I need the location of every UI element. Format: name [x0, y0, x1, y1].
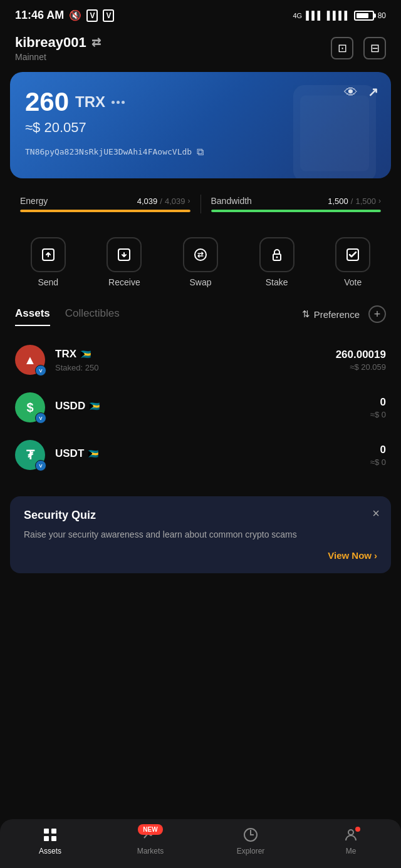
tab-collectibles[interactable]: Collectibles: [65, 302, 120, 326]
quiz-close-button[interactable]: ×: [372, 506, 380, 521]
resources-row: Energy 4,039 / 4,039 › Bandwidth 1,500 /…: [10, 188, 391, 220]
bandwidth-value: 1,500 / 1,500 ›: [328, 197, 381, 206]
svg-point-7: [276, 257, 278, 258]
security-quiz-card: × Security Quiz Raise your security awar…: [10, 496, 391, 573]
swap-icon: [183, 237, 218, 272]
qr-button[interactable]: ⊟: [363, 37, 386, 59]
usdt-amount: 0: [370, 444, 386, 456]
bandwidth-bar-fill: [211, 210, 382, 212]
asset-item-usdd[interactable]: $ V USDD 🇧🇸 0 ≈$ 0: [0, 384, 401, 431]
send-button[interactable]: Send: [31, 237, 66, 287]
nav-markets-label: Markets: [137, 847, 164, 855]
header: kibreay001 ⇄ Mainnet ⊡ ⊟: [0, 28, 401, 72]
vote-button[interactable]: Vote: [335, 237, 370, 287]
send-label: Send: [38, 277, 58, 287]
vpn-icon-1: V: [86, 9, 98, 22]
4g-label: 4G: [293, 12, 302, 19]
status-right: 4G ▌▌▌ ▌▌▌▌ 80: [293, 11, 386, 21]
account-name-row[interactable]: kibreay001 ⇄: [15, 34, 101, 51]
sort-icon: ⇅: [302, 309, 310, 320]
stake-label: Stake: [266, 277, 288, 287]
receive-button[interactable]: Receive: [107, 237, 142, 287]
trx-name-row: TRX 🇧🇸: [55, 348, 336, 360]
usdt-badge: V: [35, 460, 46, 471]
me-notification-dot: [355, 827, 360, 832]
loading-indicator: [112, 101, 125, 104]
usdt-info: USDT 🇧🇸: [55, 447, 370, 462]
usdt-name: USDT: [55, 447, 84, 460]
trx-usd: ≈$ 20.059: [336, 362, 386, 372]
swap-button[interactable]: Swap: [183, 237, 218, 287]
energy-total: /: [160, 197, 162, 206]
mute-icon: 🔇: [69, 9, 81, 21]
asset-item-usdt[interactable]: ₮ V USDT 🇧🇸 0 ≈$ 0: [0, 431, 401, 479]
bandwidth-label: Bandwidth: [211, 196, 252, 206]
energy-section[interactable]: Energy 4,039 / 4,039 ›: [10, 188, 200, 220]
trx-flag: 🇧🇸: [80, 349, 91, 359]
tabs-row: Assets Collectibles ⇅ Preference +: [0, 302, 401, 326]
quiz-view-now-button[interactable]: View Now ›: [24, 550, 377, 561]
bandwidth-section[interactable]: Bandwidth 1,500 / 1,500 ›: [201, 188, 392, 220]
plus-icon: +: [374, 308, 381, 321]
stake-button[interactable]: Stake: [259, 237, 294, 287]
stake-icon: [259, 237, 294, 272]
bandwidth-available: 1,500: [328, 197, 348, 206]
send-icon: [31, 237, 66, 272]
address-text: TN86pyQa823NsRkjUE3DwAhi4FAowcVLdb: [25, 147, 192, 156]
card-background-graphic: [266, 78, 391, 178]
qr-icon: ⊟: [370, 41, 380, 55]
vote-icon: [335, 237, 370, 272]
usdt-usd: ≈$ 0: [370, 457, 386, 467]
quiz-arrow-icon: ›: [374, 550, 377, 561]
swap-label: Swap: [189, 277, 211, 287]
action-buttons: Send Receive Swap Stake: [0, 232, 401, 302]
usdd-badge: V: [35, 412, 46, 424]
assets-icon-wrap: [42, 827, 58, 843]
new-badge: NEW: [138, 824, 162, 835]
account-switch-icon: ⇄: [91, 36, 101, 49]
scan-icon: ⊡: [338, 41, 347, 55]
usdd-usd: ≈$ 0: [370, 410, 386, 419]
tab-assets[interactable]: Assets: [15, 302, 50, 326]
bandwidth-bar: [211, 210, 382, 212]
scan-button[interactable]: ⊡: [331, 37, 353, 59]
nav-explorer[interactable]: Explorer: [226, 827, 276, 855]
energy-value: 4,039 / 4,039 ›: [137, 197, 190, 206]
vote-label: Vote: [344, 277, 362, 287]
copy-address-button[interactable]: ⧉: [197, 146, 204, 158]
preference-button[interactable]: ⇅ Preference: [302, 309, 360, 320]
status-bar: 11:46 AM 🔇 V V 4G ▌▌▌ ▌▌▌▌ 80: [0, 0, 401, 28]
trx-amounts: 260.00019 ≈$ 20.059: [336, 349, 386, 372]
asset-item-trx[interactable]: ▲ V TRX 🇧🇸 Staked: 250 260.00019 ≈$ 20.0…: [0, 336, 401, 384]
usdt-name-row: USDT 🇧🇸: [55, 447, 370, 460]
usdd-flag: 🇧🇸: [89, 401, 100, 411]
trx-name: TRX: [55, 348, 76, 360]
svg-point-5: [195, 249, 206, 260]
usdd-name: USDD: [55, 400, 85, 412]
wallet-card: 👁 ↗ 260 TRX ≈$ 20.057 TN86pyQa823NsRkjUE…: [10, 72, 391, 178]
svg-rect-12: [51, 836, 56, 841]
bandwidth-chevron: ›: [378, 197, 381, 205]
battery-icon: [354, 11, 374, 21]
bottom-nav: Assets NEW Markets Explorer: [0, 819, 401, 868]
markets-icon-wrap: NEW: [142, 827, 159, 843]
add-asset-button[interactable]: +: [368, 305, 386, 323]
energy-available: 4,039: [137, 197, 158, 206]
balance-unit: TRX: [75, 93, 105, 111]
energy-bar: [20, 210, 190, 212]
balance-amount: 260: [25, 87, 69, 117]
energy-bar-fill: [20, 210, 190, 212]
quiz-link-label: View Now: [328, 550, 372, 561]
svg-rect-11: [44, 836, 49, 841]
status-time: 11:46 AM 🔇 V V: [15, 9, 114, 22]
asset-list: ▲ V TRX 🇧🇸 Staked: 250 260.00019 ≈$ 20.0…: [0, 331, 401, 484]
nav-markets[interactable]: NEW Markets: [125, 827, 175, 855]
usdt-flag: 🇧🇸: [88, 449, 98, 459]
nav-me[interactable]: Me: [326, 827, 376, 855]
network-label: Mainnet: [15, 52, 101, 62]
usdd-amount: 0: [370, 396, 386, 409]
trx-avatar: ▲ V: [15, 345, 45, 375]
account-info: kibreay001 ⇄ Mainnet: [15, 34, 101, 62]
nav-assets[interactable]: Assets: [25, 827, 75, 855]
trx-info: TRX 🇧🇸 Staked: 250: [55, 348, 336, 372]
